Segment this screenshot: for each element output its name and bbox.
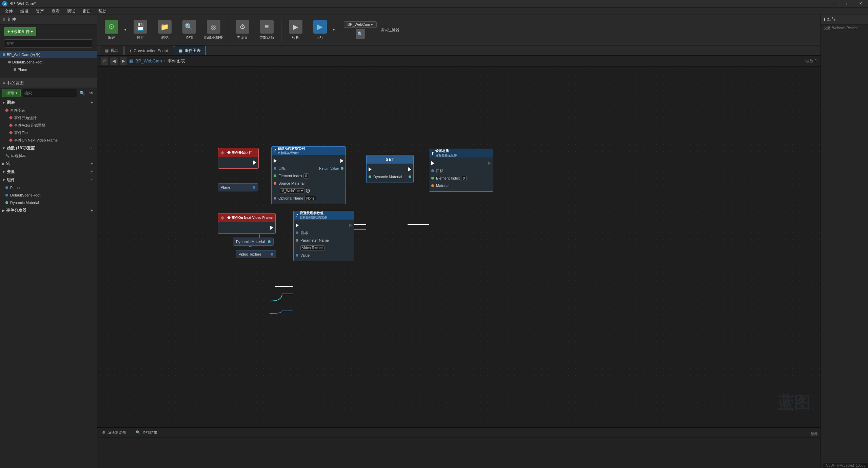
clear-button[interactable]: 清除 [811,432,818,437]
hide-unrelated-button[interactable]: ◎ 隐藏不相关 [202,16,225,43]
breadcrumb: ▦ BP_WebCam › 事件图表 [129,58,185,64]
save-button[interactable]: 💾 保存 [129,16,152,43]
maximize-button[interactable]: □ [842,0,854,7]
search-button[interactable]: 🔍 [356,29,365,39]
search-blueprints-input[interactable] [22,89,77,97]
func-icon: f [296,213,298,218]
source-material-icon: ◎ [306,189,310,193]
node-video-texture-var[interactable]: Video Texture [236,250,276,258]
graphs-section[interactable]: ▼ 图表 + [0,98,97,107]
item-label: DefaultSceneRoot [10,193,40,197]
node-event-begin[interactable]: ◆ 事件开始运行 [218,148,259,169]
add-variable-button[interactable]: + [89,169,95,175]
node-set-material[interactable]: f 设置材质 目标是基元组件 目标 [429,149,493,192]
menu-debug[interactable]: 调试 [64,7,79,15]
source-material-dropdown[interactable]: M_WebCam ▾ [280,188,304,193]
var-dynamic-material-item[interactable]: Dynamic Material [0,199,97,206]
components-vars-section[interactable]: ▼ 组件 + [0,176,97,184]
class-settings-button[interactable]: ⚙ 类设置 [231,16,254,43]
element-value[interactable]: 0 [461,176,467,181]
node-body: 目标 Element Index 0 Material [429,157,493,192]
tab-construction-script[interactable]: ƒ Construction Script [124,46,173,55]
add-event-button[interactable]: + [89,207,95,213]
tree-item-default-scene-root[interactable]: DefaultSceneRoot [0,58,97,66]
search-icon[interactable]: 🔍 [79,89,86,97]
breadcrumb-bp[interactable]: BP_WebCam [135,58,162,63]
add-component-var-button[interactable]: + [89,177,95,183]
construct-script-item[interactable]: 🔧 构造脚本 [0,152,97,160]
var-plane-item[interactable]: Plane [0,184,97,191]
app-logo: U [2,1,7,6]
browse-icon: 📁 [158,20,172,34]
node-create-dynamic-material[interactable]: f 创建动态材质实例 目标是基元组件 [271,146,346,204]
node-set-texture[interactable]: f 设置纹理参数值 目标是材质动态实例 目标 [293,211,354,261]
browse-button[interactable]: 📁 浏览 [153,16,176,43]
components-vars-label: 组件 [7,177,15,183]
add-function-button[interactable]: + [89,145,95,151]
node-event-video[interactable]: ◆ 事件On Next Video Frame [218,213,276,234]
bookmark-icon[interactable]: ☆ [101,57,108,65]
class-defaults-button[interactable]: ≡ 类默认值 [255,16,278,43]
optional-pin [274,197,276,200]
close-button[interactable]: ✕ [854,0,867,7]
add-macro-button[interactable]: + [89,161,95,167]
element-value[interactable]: 0 [303,173,309,179]
simulate-button[interactable]: ▶ 模拟 [284,16,307,43]
menu-help[interactable]: 帮助 [95,7,110,15]
run-arrow[interactable]: ▼ [332,27,336,32]
find-button[interactable]: 🔍 查找 [178,16,201,43]
functions-label: 函数 (18可覆盖) [7,145,36,151]
menu-window[interactable]: 窗口 [79,7,94,15]
event-tick-item[interactable]: 事件Tick [0,129,97,136]
macros-section[interactable]: ▶ 宏 + [0,160,97,168]
center-area: ⚙ 编译 ▼ 💾 保存 📁 浏览 🔍 查找 ◎ [97,15,821,468]
item-label: Plane [10,186,20,190]
var-defaultsceneroot-item[interactable]: DefaultSceneRoot [0,191,97,199]
exec-out-pin [488,161,491,165]
tab-label: Construction Script [134,49,168,53]
graphs-label: 图表 [7,100,15,106]
blueprint-name-label: BP_WebCam ▾ [348,22,373,27]
compile-button[interactable]: ⚙ 编译 [100,16,123,43]
find-results-tab[interactable]: 🔍 查找结果 [131,428,162,437]
vt-label: Video Texture [239,252,261,256]
compile-arrow[interactable]: ▼ [123,27,127,32]
menu-view[interactable]: 查看 [48,7,63,15]
event-video-item[interactable]: 事件On Next Video Frame [0,136,97,144]
node-set[interactable]: SET Dynamic Material [366,155,414,183]
functions-section[interactable]: ▼ 函数 (18可覆盖) + [0,144,97,152]
menu-edit[interactable]: 编辑 [17,7,32,15]
dm-label: Dynamic Material [373,175,402,179]
tab-viewport[interactable]: ▦ 视口 [100,46,124,55]
add-graph-button[interactable]: + [89,99,95,106]
run-button[interactable]: ▶ 运行 [309,16,332,43]
forward-button[interactable]: ▶ [120,57,127,65]
node-dynamic-material-var[interactable]: Dynamic Material [233,238,274,246]
event-graph-item[interactable]: 事件图表 [0,107,97,114]
plane-pin [253,186,255,189]
back-button[interactable]: ◀ [110,57,118,65]
menu-file[interactable]: 文件 [1,7,16,15]
blueprint-name-dropdown[interactable]: BP_WebCam ▾ [344,21,377,28]
canvas-area[interactable]: ◆ 事件开始运行 f 创建动态材质实例 目标是基元组件 [97,67,821,427]
tab-event-graph[interactable]: ▦ 事件图表 [174,46,206,55]
new-button[interactable]: +新增 ▾ [2,89,21,97]
events-dispatcher-section[interactable]: ▶ 事件分发器 + [0,206,97,214]
search-components-input[interactable] [4,39,93,48]
exec-row [272,157,346,165]
optional-value[interactable]: None [304,196,316,201]
eye-icon[interactable]: 👁 [87,89,95,97]
variables-section[interactable]: ▼ 变量 + [0,168,97,176]
dm-pin [369,175,371,178]
compiler-results-tab[interactable]: ⚙ 编译器结果 [97,428,131,437]
minimize-button[interactable]: ─ [829,0,841,7]
node-plane-var[interactable]: Plane [218,183,258,191]
add-component-button[interactable]: + +添加组件 ▾ [4,27,36,36]
param-value[interactable]: Video Texture [300,245,324,250]
material-label: Material [436,184,449,188]
event-actor-item[interactable]: 事件Actor开始重叠 [0,121,97,129]
menu-assets[interactable]: 资产 [33,7,47,15]
tree-item-plane[interactable]: Plane [0,66,97,73]
tree-item-bp-webcam[interactable]: BP_WebCam (自身) [0,51,97,58]
event-begin-item[interactable]: 事件开始运行 [0,114,97,121]
